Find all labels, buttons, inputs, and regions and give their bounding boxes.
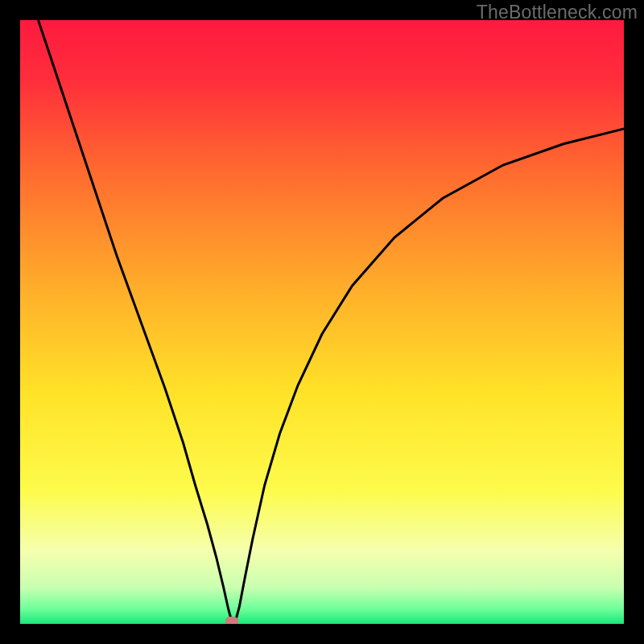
plot-area xyxy=(20,20,624,624)
chart-frame: TheBottleneck.com xyxy=(0,0,644,644)
bottleneck-curve xyxy=(20,20,624,624)
optimum-marker xyxy=(225,617,238,624)
